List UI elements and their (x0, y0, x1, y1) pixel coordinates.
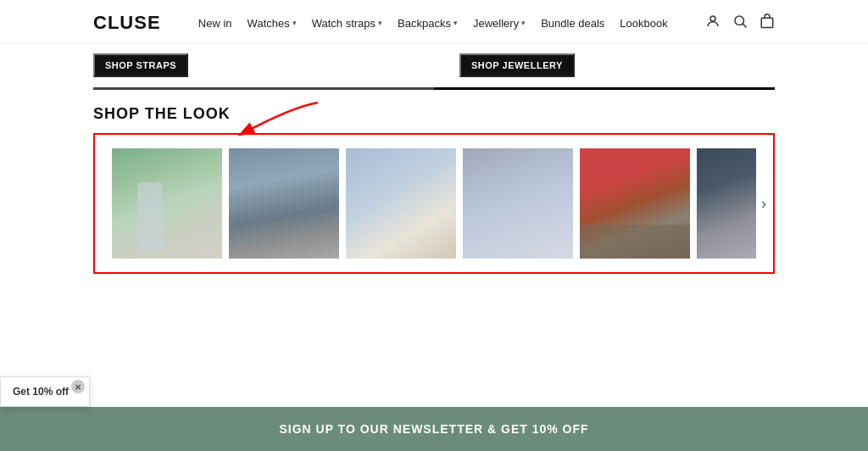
gallery-item[interactable] (229, 148, 339, 259)
logo[interactable]: CLUSE (93, 12, 161, 34)
nav-item-watchstraps[interactable]: Watch straps ▾ (312, 17, 382, 30)
shop-jewellery-button[interactable]: SHOP JEWELLERY (459, 53, 575, 77)
chevron-down-icon: ▾ (292, 19, 297, 27)
nav-item-watches[interactable]: Watches ▾ (248, 17, 297, 30)
gallery-scroll (112, 148, 756, 259)
account-icon[interactable] (705, 14, 721, 32)
newsletter-bar: SIGN UP TO OUR NEWSLETTER & GET 10% OFF (0, 407, 868, 451)
get-10-popup: Get 10% off × (0, 376, 90, 407)
banner-right: SHOP JEWELLERY (434, 43, 775, 90)
shop-straps-button[interactable]: SHOP STRAPS (93, 53, 188, 77)
nav-item-newin[interactable]: New in (198, 17, 232, 30)
nav-item-jewellery[interactable]: Jewellery ▾ (473, 17, 526, 30)
main-content: SHOP THE LOOK › (0, 105, 868, 274)
popup-close-button[interactable]: × (71, 380, 85, 393)
chevron-down-icon: ▾ (521, 19, 526, 27)
gallery-item[interactable] (697, 148, 756, 259)
nav-item-backpacks[interactable]: Backpacks ▾ (398, 17, 458, 30)
svg-point-0 (710, 16, 715, 21)
gallery-item[interactable] (580, 148, 690, 259)
newsletter-text: SIGN UP TO OUR NEWSLETTER & GET 10% OFF (279, 422, 588, 436)
svg-point-1 (735, 16, 744, 25)
banner-strip: SHOP STRAPS SHOP JEWELLERY (0, 43, 868, 90)
gallery-next-button[interactable]: › (761, 195, 766, 213)
bag-icon[interactable] (760, 14, 775, 32)
svg-rect-3 (761, 18, 773, 27)
gallery-item[interactable] (112, 148, 222, 259)
shop-the-look-title: SHOP THE LOOK (93, 105, 231, 123)
nav-item-lookbook[interactable]: Lookbook (620, 17, 667, 30)
svg-line-2 (743, 24, 746, 27)
shop-the-look-gallery: › (93, 133, 775, 274)
chevron-down-icon: ▾ (378, 19, 382, 27)
gallery-item[interactable] (346, 148, 456, 259)
main-nav: New in Watches ▾ Watch straps ▾ Backpack… (198, 17, 668, 30)
banner-left: SHOP STRAPS (93, 43, 434, 90)
popup-label: Get 10% off (13, 386, 69, 398)
header-icons (705, 14, 775, 32)
nav-item-bundledeals[interactable]: Bundle deals (541, 17, 604, 30)
search-icon[interactable] (732, 14, 748, 32)
section-title-row: SHOP THE LOOK (93, 105, 775, 123)
gallery-item[interactable] (463, 148, 573, 259)
chevron-down-icon: ▾ (453, 19, 458, 27)
header: CLUSE New in Watches ▾ Watch straps ▾ Ba… (0, 0, 868, 43)
